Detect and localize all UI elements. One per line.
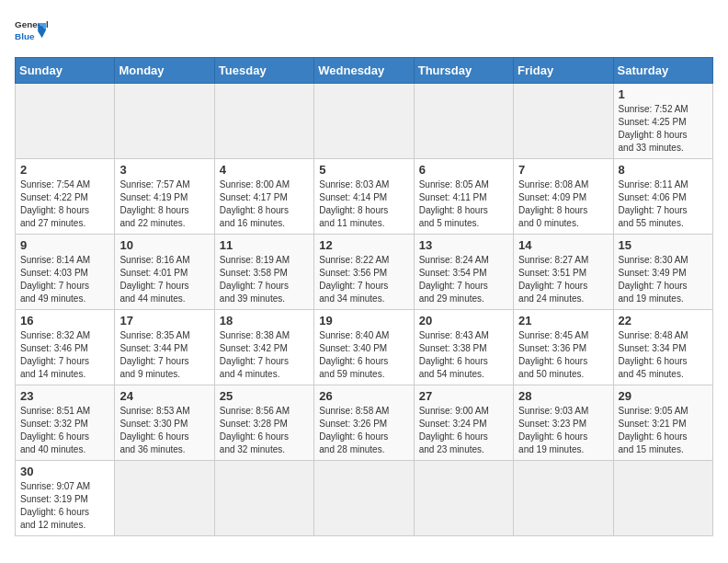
- day-number: 23: [20, 389, 109, 403]
- day-info: Sunrise: 9:00 AM Sunset: 3:24 PM Dayligh…: [419, 405, 508, 456]
- day-of-week-header: Wednesday: [314, 58, 414, 84]
- calendar-cell: 5Sunrise: 8:03 AM Sunset: 4:14 PM Daylig…: [314, 159, 414, 235]
- day-number: 20: [419, 314, 508, 327]
- day-info: Sunrise: 8:43 AM Sunset: 3:38 PM Dayligh…: [419, 329, 508, 381]
- day-number: 2: [20, 163, 109, 177]
- day-info: Sunrise: 8:53 AM Sunset: 3:30 PM Dayligh…: [119, 405, 209, 456]
- calendar-cell: 23Sunrise: 8:51 AM Sunset: 3:32 PM Dayli…: [16, 385, 115, 461]
- day-info: Sunrise: 8:40 AM Sunset: 3:40 PM Dayligh…: [319, 329, 408, 381]
- day-info: Sunrise: 7:52 AM Sunset: 4:25 PM Dayligh…: [619, 103, 708, 155]
- day-number: 13: [419, 238, 508, 252]
- calendar-cell: 15Sunrise: 8:30 AM Sunset: 3:49 PM Dayli…: [613, 235, 712, 310]
- day-info: Sunrise: 8:14 AM Sunset: 4:03 PM Dayligh…: [20, 254, 109, 305]
- day-info: Sunrise: 7:54 AM Sunset: 4:22 PM Dayligh…: [20, 178, 109, 230]
- day-number: 29: [619, 389, 708, 403]
- calendar-cell: [115, 461, 214, 536]
- day-of-week-header: Tuesday: [214, 58, 313, 84]
- calendar-cell: 16Sunrise: 8:32 AM Sunset: 3:46 PM Dayli…: [16, 310, 115, 385]
- day-info: Sunrise: 8:19 AM Sunset: 3:58 PM Dayligh…: [220, 254, 309, 305]
- day-info: Sunrise: 8:32 AM Sunset: 3:46 PM Dayligh…: [20, 329, 109, 381]
- day-number: 12: [319, 238, 408, 252]
- calendar-cell: 12Sunrise: 8:22 AM Sunset: 3:56 PM Dayli…: [314, 235, 414, 310]
- calendar-cell: 14Sunrise: 8:27 AM Sunset: 3:51 PM Dayli…: [514, 235, 613, 310]
- calendar-cell: [314, 84, 414, 159]
- day-number: 27: [419, 389, 508, 403]
- calendar-cell: 24Sunrise: 8:53 AM Sunset: 3:30 PM Dayli…: [115, 385, 214, 461]
- day-number: 15: [619, 238, 708, 252]
- day-info: Sunrise: 8:05 AM Sunset: 4:11 PM Dayligh…: [419, 178, 508, 230]
- day-info: Sunrise: 8:03 AM Sunset: 4:14 PM Dayligh…: [319, 178, 408, 230]
- day-number: 16: [20, 314, 109, 327]
- calendar-cell: 28Sunrise: 9:03 AM Sunset: 3:23 PM Dayli…: [514, 385, 613, 461]
- day-number: 28: [518, 389, 608, 403]
- logo-icon: General Blue: [15, 15, 48, 48]
- calendar-cell: 1Sunrise: 7:52 AM Sunset: 4:25 PM Daylig…: [613, 84, 712, 159]
- page-header: General Blue: [15, 15, 713, 48]
- calendar-cell: 25Sunrise: 8:56 AM Sunset: 3:28 PM Dayli…: [214, 385, 313, 461]
- day-info: Sunrise: 8:48 AM Sunset: 3:34 PM Dayligh…: [619, 329, 708, 381]
- calendar-cell: 4Sunrise: 8:00 AM Sunset: 4:17 PM Daylig…: [214, 159, 313, 235]
- calendar-cell: 19Sunrise: 8:40 AM Sunset: 3:40 PM Dayli…: [314, 310, 414, 385]
- day-info: Sunrise: 8:38 AM Sunset: 3:42 PM Dayligh…: [220, 329, 309, 381]
- day-of-week-header: Friday: [514, 58, 613, 84]
- calendar-cell: 11Sunrise: 8:19 AM Sunset: 3:58 PM Dayli…: [214, 235, 313, 310]
- calendar-week-row: 30Sunrise: 9:07 AM Sunset: 3:19 PM Dayli…: [16, 461, 713, 536]
- day-number: 19: [319, 314, 408, 327]
- day-number: 14: [518, 238, 608, 252]
- day-number: 3: [119, 163, 209, 177]
- calendar-cell: 13Sunrise: 8:24 AM Sunset: 3:54 PM Dayli…: [414, 235, 513, 310]
- day-info: Sunrise: 8:00 AM Sunset: 4:17 PM Dayligh…: [220, 178, 309, 230]
- calendar-week-row: 1Sunrise: 7:52 AM Sunset: 4:25 PM Daylig…: [16, 84, 713, 159]
- day-info: Sunrise: 9:05 AM Sunset: 3:21 PM Dayligh…: [619, 405, 708, 456]
- day-of-week-header: Saturday: [613, 58, 712, 84]
- day-info: Sunrise: 7:57 AM Sunset: 4:19 PM Dayligh…: [119, 178, 209, 230]
- svg-text:Blue: Blue: [15, 31, 35, 41]
- day-info: Sunrise: 8:08 AM Sunset: 4:09 PM Dayligh…: [518, 178, 608, 230]
- calendar-cell: [613, 461, 712, 536]
- calendar-cell: 22Sunrise: 8:48 AM Sunset: 3:34 PM Dayli…: [613, 310, 712, 385]
- calendar-cell: 3Sunrise: 7:57 AM Sunset: 4:19 PM Daylig…: [115, 159, 214, 235]
- day-number: 10: [119, 238, 209, 252]
- calendar-cell: 2Sunrise: 7:54 AM Sunset: 4:22 PM Daylig…: [16, 159, 115, 235]
- calendar-cell: [115, 84, 214, 159]
- calendar-cell: [214, 84, 313, 159]
- calendar-cell: 10Sunrise: 8:16 AM Sunset: 4:01 PM Dayli…: [115, 235, 214, 310]
- calendar-cell: 7Sunrise: 8:08 AM Sunset: 4:09 PM Daylig…: [514, 159, 613, 235]
- calendar-cell: 21Sunrise: 8:45 AM Sunset: 3:36 PM Dayli…: [514, 310, 613, 385]
- calendar-cell: 27Sunrise: 9:00 AM Sunset: 3:24 PM Dayli…: [414, 385, 513, 461]
- calendar-cell: 18Sunrise: 8:38 AM Sunset: 3:42 PM Dayli…: [214, 310, 313, 385]
- day-number: 8: [619, 163, 708, 177]
- calendar-cell: [214, 461, 313, 536]
- day-number: 21: [518, 314, 608, 327]
- day-number: 30: [20, 465, 109, 478]
- calendar-cell: 26Sunrise: 8:58 AM Sunset: 3:26 PM Dayli…: [314, 385, 414, 461]
- day-info: Sunrise: 8:51 AM Sunset: 3:32 PM Dayligh…: [20, 405, 109, 456]
- day-number: 24: [119, 389, 209, 403]
- calendar-cell: 29Sunrise: 9:05 AM Sunset: 3:21 PM Dayli…: [613, 385, 712, 461]
- day-info: Sunrise: 8:24 AM Sunset: 3:54 PM Dayligh…: [419, 254, 508, 305]
- day-number: 1: [619, 87, 708, 101]
- day-info: Sunrise: 8:45 AM Sunset: 3:36 PM Dayligh…: [518, 329, 608, 381]
- day-info: Sunrise: 8:58 AM Sunset: 3:26 PM Dayligh…: [319, 405, 408, 456]
- day-of-week-header: Thursday: [414, 58, 513, 84]
- calendar-header-row: SundayMondayTuesdayWednesdayThursdayFrid…: [16, 58, 713, 84]
- logo: General Blue: [15, 15, 48, 48]
- day-number: 17: [119, 314, 209, 327]
- day-number: 6: [419, 163, 508, 177]
- day-number: 22: [619, 314, 708, 327]
- day-number: 26: [319, 389, 408, 403]
- calendar-cell: 30Sunrise: 9:07 AM Sunset: 3:19 PM Dayli…: [16, 461, 115, 536]
- day-of-week-header: Sunday: [16, 58, 115, 84]
- calendar-cell: 17Sunrise: 8:35 AM Sunset: 3:44 PM Dayli…: [115, 310, 214, 385]
- calendar-week-row: 16Sunrise: 8:32 AM Sunset: 3:46 PM Dayli…: [16, 310, 713, 385]
- day-number: 18: [220, 314, 309, 327]
- calendar-cell: [514, 461, 613, 536]
- day-number: 25: [220, 389, 309, 403]
- calendar-cell: [514, 84, 613, 159]
- day-number: 9: [20, 238, 109, 252]
- day-info: Sunrise: 8:22 AM Sunset: 3:56 PM Dayligh…: [319, 254, 408, 305]
- calendar-cell: [16, 84, 115, 159]
- calendar-cell: 20Sunrise: 8:43 AM Sunset: 3:38 PM Dayli…: [414, 310, 513, 385]
- day-info: Sunrise: 8:16 AM Sunset: 4:01 PM Dayligh…: [119, 254, 209, 305]
- day-number: 5: [319, 163, 408, 177]
